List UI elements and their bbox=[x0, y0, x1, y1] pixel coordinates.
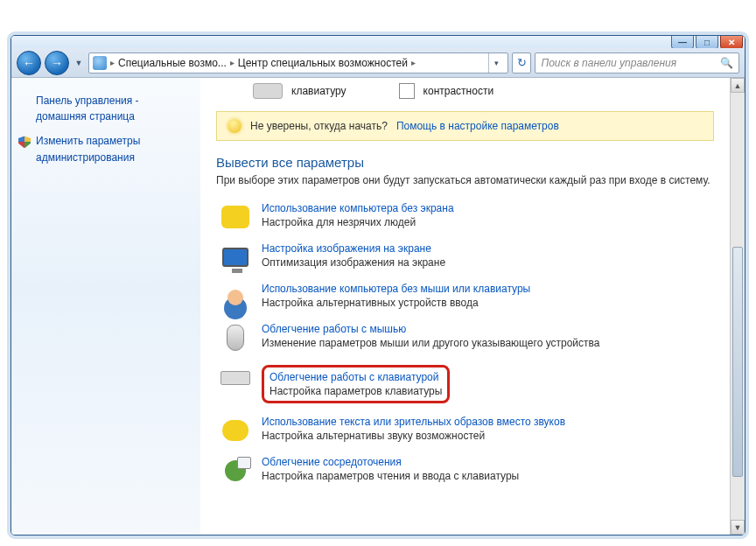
item-title: Облегчение работы с клавиатурой bbox=[270, 371, 442, 383]
section-desc: При выборе этих параметров они будут зап… bbox=[216, 173, 714, 188]
search-icon[interactable]: 🔍 bbox=[720, 57, 733, 69]
keyboard-icon bbox=[220, 363, 251, 393]
window-titlebar: — □ ✕ bbox=[11, 36, 745, 48]
sidebar-home-link[interactable]: Панель управления - домашняя страница bbox=[20, 94, 192, 123]
hint-link[interactable]: Помощь в настройке параметров bbox=[396, 120, 559, 132]
forward-button[interactable]: → bbox=[45, 51, 69, 75]
mouse-icon bbox=[220, 323, 251, 353]
search-input[interactable]: Поиск в панели управления 🔍 bbox=[535, 52, 739, 74]
sidebar-home-line1: Панель управления - bbox=[36, 94, 192, 108]
sidebar: Панель управления - домашняя страница Из… bbox=[11, 78, 200, 535]
highlight-callout: Облегчение работы с клавиатурой Настройк… bbox=[262, 365, 450, 403]
breadcrumb-sep: ▸ bbox=[411, 58, 416, 67]
quick-kbd-cell[interactable]: клавиатуру bbox=[253, 83, 346, 99]
item-focus[interactable]: Облегчение сосредоточения Настройка пара… bbox=[216, 451, 718, 491]
item-title: Использование компьютера без экрана bbox=[262, 202, 714, 214]
window-buttons: — □ ✕ bbox=[671, 35, 743, 49]
person-icon bbox=[220, 283, 251, 312]
item-title: Облегчение сосредоточения bbox=[262, 456, 714, 468]
checkbox-icon bbox=[399, 83, 415, 99]
breadcrumb-sep: ▸ bbox=[230, 58, 234, 67]
vertical-scrollbar[interactable]: ▲ ▼ bbox=[730, 78, 745, 535]
item-title: Использование текста или зрительных обра… bbox=[262, 416, 714, 428]
minimize-button[interactable]: — bbox=[671, 35, 694, 49]
content-area: клавиатуру контрастности Не уверены, отк… bbox=[200, 78, 745, 535]
lightbulb-icon bbox=[228, 119, 242, 133]
settings-list: Использование компьютера без экрана Наст… bbox=[216, 197, 718, 491]
content-scroll: клавиатуру контрастности Не уверены, отк… bbox=[200, 78, 730, 535]
address-dropdown[interactable]: ▾ bbox=[488, 53, 504, 73]
breadcrumb-seg-1[interactable]: Специальные возмо... bbox=[118, 57, 227, 69]
item-desc: Настройка альтернативных устройств ввода bbox=[262, 297, 714, 309]
sidebar-admin-link[interactable]: Изменить параметры администрирования bbox=[20, 134, 192, 164]
item-title: Настройка изображения на экране bbox=[262, 242, 714, 255]
scroll-down-button[interactable]: ▼ bbox=[731, 520, 745, 535]
item-desc: Изменение параметров мыши или другого ук… bbox=[262, 337, 714, 349]
breadcrumb-bar[interactable]: ▸ Специальные возмо... ▸ Центр специальн… bbox=[88, 52, 508, 74]
item-desc: Оптимизация изображения на экране bbox=[262, 256, 714, 269]
control-panel-window: — □ ✕ ← → ▼ ▸ Специальные возмо... ▸ Цен… bbox=[10, 35, 746, 536]
item-no-mouse-kbd[interactable]: Использование компьютера без мыши или кл… bbox=[216, 277, 718, 318]
navigation-bar: ← → ▼ ▸ Специальные возмо... ▸ Центр спе… bbox=[11, 48, 745, 78]
focus-icon bbox=[220, 456, 251, 486]
breadcrumb-sep: ▸ bbox=[110, 58, 115, 67]
speech-bubble-icon bbox=[220, 202, 251, 232]
quick-kbd-label: клавиатуру bbox=[291, 85, 346, 97]
bubble-icon bbox=[220, 416, 251, 445]
shield-icon bbox=[18, 136, 31, 148]
item-display[interactable]: Настройка изображения на экране Оптимиза… bbox=[216, 237, 718, 277]
monitor-icon bbox=[220, 242, 251, 272]
quick-contrast-label: контрастности bbox=[424, 85, 494, 97]
breadcrumb-seg-2[interactable]: Центр специальных возможностей bbox=[238, 57, 408, 69]
item-title: Использование компьютера без мыши или кл… bbox=[262, 283, 714, 295]
sidebar-home-line2: домашняя страница bbox=[36, 110, 135, 122]
window-body: Панель управления - домашняя страница Из… bbox=[11, 78, 745, 535]
sidebar-admin-line1: Изменить параметры bbox=[36, 134, 192, 148]
item-desc: Настройка альтернативы звуку возможносте… bbox=[262, 430, 714, 442]
maximize-button[interactable]: □ bbox=[696, 35, 718, 49]
hint-question: Не уверены, откуда начать? bbox=[250, 120, 388, 132]
section-title: Вывести все параметры bbox=[216, 155, 714, 170]
keyboard-icon bbox=[253, 83, 283, 99]
scroll-up-button[interactable]: ▲ bbox=[731, 78, 745, 93]
item-desc: Настройка параметров клавиатуры bbox=[270, 385, 442, 397]
item-no-screen[interactable]: Использование компьютера без экрана Наст… bbox=[216, 197, 718, 237]
scroll-thumb[interactable] bbox=[732, 247, 743, 478]
item-visual-alerts[interactable]: Использование текста или зрительных обра… bbox=[216, 410, 718, 451]
hint-bar: Не уверены, откуда начать? Помощь в наст… bbox=[216, 111, 714, 141]
search-placeholder: Поиск в панели управления bbox=[541, 57, 676, 69]
control-panel-icon bbox=[93, 56, 107, 70]
item-desc: Настройка параметров чтения и ввода с кл… bbox=[262, 470, 714, 482]
close-button[interactable]: ✕ bbox=[720, 35, 743, 49]
back-button[interactable]: ← bbox=[17, 51, 41, 75]
item-keyboard[interactable]: Облегчение работы с клавиатурой Настройк… bbox=[216, 358, 718, 410]
refresh-button[interactable]: ↻ bbox=[512, 52, 531, 74]
nav-history-dropdown[interactable]: ▼ bbox=[73, 54, 85, 72]
item-title: Облегчение работы с мышью bbox=[262, 323, 714, 335]
item-mouse[interactable]: Облегчение работы с мышью Изменение пара… bbox=[216, 318, 718, 358]
scroll-track[interactable] bbox=[731, 93, 745, 520]
quick-access-row: клавиатуру контрастности bbox=[200, 78, 730, 108]
item-desc: Настройка для незрячих людей bbox=[262, 216, 714, 228]
quick-contrast-cell[interactable]: контрастности bbox=[399, 83, 494, 99]
sidebar-admin-line2: администрирования bbox=[36, 151, 135, 164]
